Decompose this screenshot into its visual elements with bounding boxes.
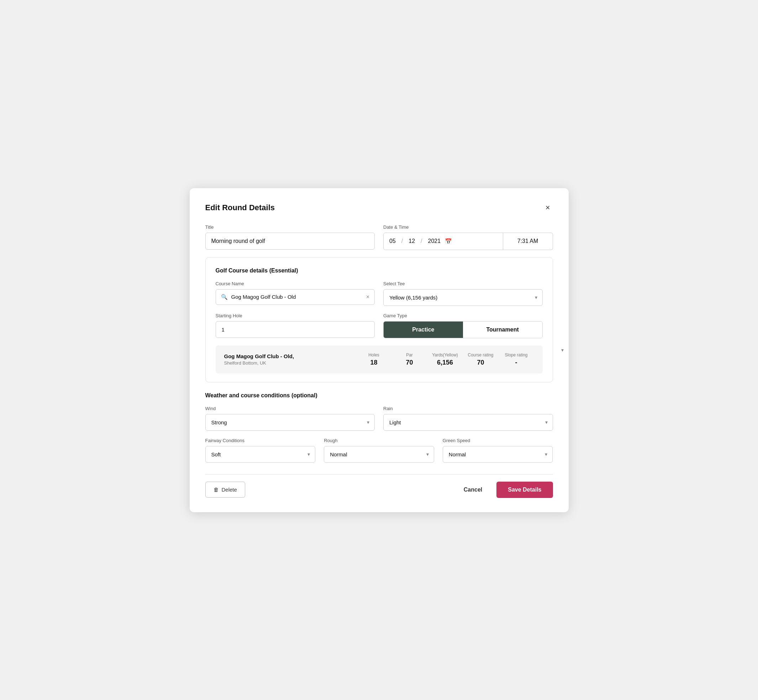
tournament-toggle-button[interactable]: Tournament <box>463 322 542 338</box>
delete-label: Delete <box>222 487 237 493</box>
course-stat-holes: Holes 18 <box>356 353 392 366</box>
select-tee-value: Yellow (6,156 yards) <box>389 295 437 300</box>
select-tee-group: Select Tee Yellow (6,156 yards) ▾ <box>383 281 543 306</box>
par-value: 70 <box>392 359 428 366</box>
wind-value: Strong <box>211 419 227 425</box>
course-info-location: Shelford Bottom, UK <box>224 360 356 366</box>
rain-label: Rain <box>383 406 553 411</box>
modal-header: Edit Round Details × <box>205 202 553 213</box>
course-name-input[interactable] <box>231 294 363 300</box>
hole-gametype-row: Starting Hole 1 ▾ Game Type Practice Tou… <box>216 313 543 338</box>
time-value: 7:31 AM <box>517 238 539 244</box>
par-label: Par <box>392 353 428 358</box>
date-day: 12 <box>409 238 415 244</box>
holes-label: Holes <box>356 353 392 358</box>
delete-button[interactable]: 🗑 Delete <box>205 481 245 498</box>
slope-rating-value: - <box>498 359 534 366</box>
weather-section: Weather and course conditions (optional)… <box>205 392 553 463</box>
starting-hole-label: Starting Hole <box>216 313 375 318</box>
course-info-name-group: Gog Magog Golf Club - Old, Shelford Bott… <box>224 353 356 366</box>
search-icon: 🔍 <box>221 294 228 300</box>
golf-course-section: Golf Course details (Essential) Course N… <box>205 257 553 382</box>
wind-group: Wind Strong ▾ <box>205 406 375 431</box>
rough-value: Normal <box>330 452 347 458</box>
course-name-label: Course Name <box>216 281 375 286</box>
rough-group: Rough Normal ▾ <box>324 438 434 463</box>
fairway-group: Fairway Conditions Soft ▾ <box>205 438 316 463</box>
starting-hole-value: 1 <box>222 327 224 333</box>
chevron-down-icon-green: ▾ <box>545 452 547 457</box>
date-input[interactable]: 05 / 12 / 2021 📅 <box>383 233 503 250</box>
date-month: 05 <box>389 238 396 244</box>
course-name-group: Course Name 🔍 × <box>216 281 375 306</box>
course-tee-row: Course Name 🔍 × Select Tee Yellow (6,156… <box>216 281 543 306</box>
course-stat-course-rating: Course rating 70 <box>463 353 498 366</box>
course-info-name: Gog Magog Golf Club - Old, <box>224 353 356 359</box>
footer-row: 🗑 Delete Cancel Save Details <box>205 474 553 498</box>
cancel-button[interactable]: Cancel <box>458 482 488 497</box>
course-rating-label: Course rating <box>463 353 498 358</box>
chevron-down-icon-rough: ▾ <box>426 452 429 457</box>
game-type-toggle: Practice Tournament <box>383 321 543 338</box>
rough-label: Rough <box>324 438 434 443</box>
green-speed-value: Normal <box>449 452 466 458</box>
green-speed-dropdown[interactable]: Normal ▾ <box>443 446 553 463</box>
title-label: Title <box>205 225 375 230</box>
holes-value: 18 <box>356 359 392 366</box>
edit-round-modal: Edit Round Details × Title Date & Time 0… <box>190 188 568 512</box>
rain-group: Rain Light ▾ <box>383 406 553 431</box>
datetime-field-group: Date & Time 05 / 12 / 2021 📅 7:31 AM <box>383 225 553 250</box>
fairway-dropdown[interactable]: Soft ▾ <box>205 446 316 463</box>
date-year: 2021 <box>428 238 441 244</box>
rough-dropdown[interactable]: Normal ▾ <box>324 446 434 463</box>
fairway-label: Fairway Conditions <box>205 438 316 443</box>
rain-dropdown[interactable]: Light ▾ <box>383 414 553 431</box>
course-stat-yards: Yards(Yellow) 6,156 <box>428 353 463 366</box>
practice-toggle-button[interactable]: Practice <box>384 322 463 338</box>
datetime-label: Date & Time <box>383 225 553 230</box>
chevron-down-icon: ▾ <box>535 295 537 300</box>
footer-right: Cancel Save Details <box>458 481 553 498</box>
green-speed-group: Green Speed Normal ▾ <box>443 438 553 463</box>
date-divider-2: / <box>421 238 422 244</box>
yards-value: 6,156 <box>428 359 463 366</box>
chevron-down-icon-rain: ▾ <box>545 419 548 425</box>
course-stat-par: Par 70 <box>392 353 428 366</box>
title-input[interactable] <box>205 233 375 250</box>
modal-title: Edit Round Details <box>205 203 275 212</box>
fairway-value: Soft <box>211 452 221 458</box>
yards-label: Yards(Yellow) <box>428 353 463 358</box>
course-stat-slope-rating: Slope rating - <box>498 353 534 366</box>
time-input[interactable]: 7:31 AM <box>503 233 553 250</box>
close-button[interactable]: × <box>543 202 553 213</box>
trash-icon: 🗑 <box>213 487 219 493</box>
green-speed-label: Green Speed <box>443 438 553 443</box>
chevron-down-icon-2: ▾ <box>561 347 564 353</box>
calendar-icon: 📅 <box>445 238 452 245</box>
save-button[interactable]: Save Details <box>496 481 553 498</box>
game-type-label: Game Type <box>383 313 543 318</box>
wind-dropdown[interactable]: Strong ▾ <box>205 414 375 431</box>
starting-hole-dropdown[interactable]: 1 ▾ <box>216 321 375 338</box>
wind-rain-row: Wind Strong ▾ Rain Light ▾ <box>205 406 553 431</box>
course-search-wrap[interactable]: 🔍 × <box>216 289 375 305</box>
select-tee-label: Select Tee <box>383 281 543 286</box>
wind-label: Wind <box>205 406 375 411</box>
course-rating-value: 70 <box>463 359 498 366</box>
starting-hole-group: Starting Hole 1 ▾ <box>216 313 375 338</box>
datetime-inputs: 05 / 12 / 2021 📅 7:31 AM <box>383 233 553 250</box>
weather-section-title: Weather and course conditions (optional) <box>205 392 553 399</box>
chevron-down-icon-fairway: ▾ <box>307 452 310 457</box>
title-datetime-row: Title Date & Time 05 / 12 / 2021 📅 7:31 … <box>205 225 553 250</box>
chevron-down-icon-wind: ▾ <box>367 419 370 425</box>
fairway-rough-green-row: Fairway Conditions Soft ▾ Rough Normal ▾… <box>205 438 553 463</box>
slope-rating-label: Slope rating <box>498 353 534 358</box>
course-info-card: Gog Magog Golf Club - Old, Shelford Bott… <box>216 345 543 373</box>
title-field-group: Title <box>205 225 375 250</box>
select-tee-dropdown[interactable]: Yellow (6,156 yards) ▾ <box>383 289 543 306</box>
rain-value: Light <box>389 419 401 425</box>
date-divider-1: / <box>401 238 403 244</box>
game-type-group: Game Type Practice Tournament <box>383 313 543 338</box>
clear-course-button[interactable]: × <box>366 294 370 300</box>
golf-section-title: Golf Course details (Essential) <box>216 267 543 274</box>
